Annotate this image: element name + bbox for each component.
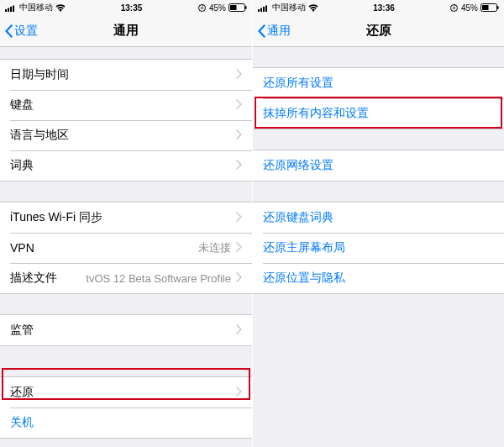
row-reset-location-privacy[interactable]: 还原位置与隐私 [253,263,504,293]
back-button[interactable]: 通用 [256,24,291,39]
row-language-region[interactable]: 语言与地区 [0,120,252,150]
row-supervision[interactable]: 监管 [0,315,252,345]
row-date-time[interactable]: 日期与时间 [0,60,252,90]
settings-list: 日期与时间 键盘 语言与地区 词典 iTunes [0,47,252,447]
svg-rect-2 [10,7,12,12]
row-reset-network[interactable]: 还原网络设置 [253,150,504,181]
svg-rect-1 [8,8,9,12]
chevron-left-icon [3,24,13,39]
back-button[interactable]: 设置 [3,24,38,39]
page-title: 通用 [113,23,139,39]
row-keyboard[interactable]: 键盘 [0,90,252,120]
row-reset-home-layout[interactable]: 还原主屏幕布局 [253,233,504,263]
chevron-right-icon [236,69,242,82]
nav-bar: 设置 通用 [0,15,252,47]
svg-rect-12 [265,5,267,12]
row-profile[interactable]: 描述文件 tvOS 12 Beta Software Profile [0,263,252,293]
signal-icon [5,4,17,12]
row-reset-all-settings[interactable]: 还原所有设置 [253,68,504,98]
chevron-right-icon [236,99,242,112]
battery-percent: 45% [209,3,226,13]
svg-rect-3 [13,5,14,12]
row-erase-all[interactable]: 抹掉所有内容和设置 [253,98,504,129]
signal-icon [258,4,270,12]
chevron-right-icon [236,129,242,142]
svg-rect-11 [263,7,265,12]
row-itunes-wifi-sync[interactable]: iTunes Wi-Fi 同步 [0,202,252,233]
svg-rect-0 [5,9,7,12]
back-label: 通用 [267,24,291,39]
row-shutdown[interactable]: 关机 [0,408,252,438]
carrier-label: 中国移动 [19,2,53,13]
rotation-lock-icon [449,3,459,13]
status-bar: 中国移动 13:35 45% [0,0,252,15]
rotation-lock-icon [197,3,207,13]
clock: 13:36 [373,3,395,13]
status-bar: 中国移动 13:36 45% [253,0,504,15]
battery-icon [480,3,499,12]
wifi-icon [55,4,66,12]
chevron-right-icon [236,324,242,337]
row-reset-keyboard-dict[interactable]: 还原键盘词典 [253,202,504,233]
page-title: 还原 [366,23,391,39]
svg-rect-16 [482,5,489,10]
svg-point-14 [453,7,454,8]
nav-bar: 通用 还原 [253,15,504,47]
back-label: 设置 [14,24,38,39]
battery-percent: 45% [461,3,478,13]
profile-value: tvOS 12 Beta Software Profile [86,272,231,285]
svg-point-4 [198,4,205,11]
svg-rect-8 [245,6,247,9]
svg-point-5 [201,7,202,8]
svg-rect-9 [258,9,260,12]
chevron-right-icon [236,242,242,255]
chevron-left-icon [256,24,265,39]
svg-rect-7 [230,5,237,10]
carrier-label: 中国移动 [272,2,306,13]
chevron-right-icon [236,212,242,224]
svg-rect-10 [260,8,262,12]
chevron-right-icon [236,160,242,172]
row-vpn[interactable]: VPN 未连接 [0,233,252,263]
reset-list: 还原所有设置 抹掉所有内容和设置 还原网络设置 还原键盘词典 还原主屏幕布局 还… [253,47,504,447]
row-dictionary[interactable]: 词典 [0,150,252,181]
screen-reset: 中国移动 13:36 45% 通用 还原 还原所有设置 [252,0,504,447]
chevron-right-icon [236,272,242,285]
svg-rect-17 [497,6,499,9]
svg-point-13 [450,4,457,11]
vpn-status: 未连接 [198,240,231,255]
chevron-right-icon [236,387,242,399]
wifi-icon [308,4,318,12]
row-reset[interactable]: 还原 [0,377,252,408]
screen-general: 中国移动 13:35 45% 设置 通用 日期与时间 [0,0,252,447]
battery-icon [228,3,247,12]
clock: 13:35 [121,3,143,13]
